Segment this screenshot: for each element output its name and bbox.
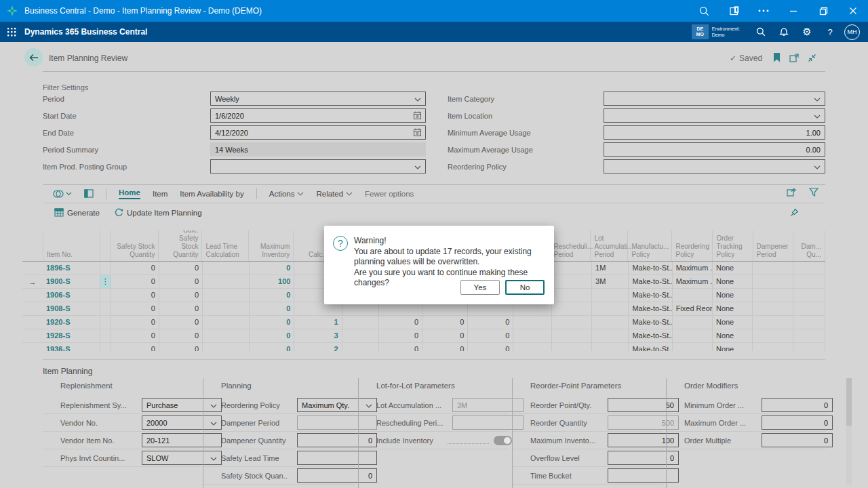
column-header-ordtrack[interactable]: OrderTrackingPolicy [713, 230, 753, 261]
menu-actions[interactable]: Actions [269, 190, 304, 198]
command-update-item-planning[interactable]: Update Item Planning [115, 208, 202, 218]
row-selector[interactable]: → [22, 275, 43, 288]
maximum-average-usage-field[interactable]: 0.00 [604, 142, 825, 157]
cell-menu[interactable] [100, 289, 111, 302]
cell-item_no[interactable]: 1906-S [43, 289, 100, 302]
open-in-tab-icon[interactable] [719, 0, 749, 22]
period-field[interactable]: Weekly [210, 92, 426, 106]
row-selector[interactable] [22, 329, 43, 342]
environment-chip[interactable]: DEMO Environment:Demo [692, 24, 740, 39]
column-header-ltc[interactable]: Lead TimeCalculation [202, 230, 249, 261]
scrollbar-thumb[interactable] [846, 378, 852, 426]
help-icon[interactable]: ? [818, 22, 842, 42]
cell-menu[interactable] [100, 316, 111, 329]
row-selector[interactable] [22, 289, 43, 302]
fewer-options-button[interactable]: Fewer options [365, 190, 414, 198]
column-header-menu[interactable] [100, 230, 111, 261]
cell-item_no[interactable]: 1900-S [43, 275, 100, 288]
product-title[interactable]: Dynamics 365 Business Central [24, 27, 147, 37]
filter-funnel-icon[interactable] [809, 187, 818, 199]
column-header-manuf[interactable]: Manufactu...Policy [628, 230, 672, 261]
minimum-order--field[interactable]: 0 [762, 398, 833, 412]
notifications-bell-icon[interactable] [772, 22, 795, 42]
analyze-board-icon[interactable] [84, 189, 94, 199]
settings-gear-icon[interactable]: ⚙ [795, 22, 818, 42]
maximum-order--field[interactable]: 0 [762, 415, 833, 430]
field-value: 0 [766, 436, 828, 445]
section-field-label: Safety Lead Time [221, 454, 288, 462]
section-fields: Reordering PolicyMaximum Qty.Dampener Pe… [203, 398, 358, 486]
cell-item_no[interactable]: 1920-S [43, 316, 100, 329]
reordering-policy-field[interactable] [604, 159, 825, 174]
cell-item_no[interactable]: 1928-S [43, 329, 100, 342]
item-planning-divider [43, 359, 825, 360]
cell-reordpol [673, 343, 713, 351]
item-planning-scrollbar[interactable] [846, 378, 852, 485]
open-in-new-window-icon[interactable] [789, 53, 799, 65]
order-multiple-field[interactable]: 0 [762, 433, 833, 447]
collapse-icon[interactable] [808, 53, 816, 65]
unpin-icon[interactable] [790, 207, 799, 220]
back-button[interactable] [24, 48, 43, 66]
tab-home[interactable]: Home [119, 188, 140, 199]
row-selector[interactable] [22, 343, 43, 351]
section-field-label: Include Inventory [376, 436, 443, 445]
start-date-field[interactable]: 1/6/2020 [210, 108, 426, 123]
column-header-lotaccum[interactable]: LotAccumulati...Period [591, 230, 628, 261]
item-category-field[interactable] [604, 92, 825, 106]
column-header-dampper[interactable]: DampenerPeriod [753, 230, 793, 261]
window-restore-icon[interactable] [808, 0, 838, 22]
cell-menu[interactable] [100, 329, 111, 342]
command-generate[interactable]: Generate [54, 208, 100, 218]
filter-row: Item Category [448, 92, 825, 106]
row-selector[interactable] [22, 262, 43, 274]
cell-item_no[interactable]: 1936-S [43, 343, 100, 351]
section-field-row: Safety Lead Time [203, 451, 358, 465]
minimum-average-usage-field[interactable]: 1.00 [604, 125, 825, 140]
yes-button[interactable]: Yes [460, 280, 500, 295]
tab-item[interactable]: Item [153, 190, 167, 198]
cell-item_no[interactable]: 1908-S [43, 302, 100, 315]
column-header-item_no[interactable]: Item No. [43, 230, 100, 261]
cell-cssq: 0 [159, 302, 203, 315]
row-selector[interactable] [22, 302, 43, 315]
browser-zoom-icon[interactable] [689, 0, 719, 22]
column-header-resched[interactable]: Rescheduli...Period [550, 230, 591, 261]
section-field-row: Lot Accumulation ...3M [359, 398, 512, 412]
cell-menu[interactable] [100, 343, 111, 351]
column-header-reordpol[interactable]: ReorderingPolicy [672, 230, 713, 261]
refresh-icon [115, 208, 123, 218]
bookmark-icon[interactable] [773, 53, 781, 65]
section-field-label: Time Bucket [530, 472, 598, 480]
app-launcher-waffle-icon[interactable] [0, 22, 23, 42]
no-button[interactable]: No [505, 280, 545, 295]
column-header-cssq[interactable]: Calc. SafetyStock Quantity [159, 230, 202, 261]
column-header-ssq[interactable]: Safety StockQuantity [111, 230, 159, 261]
section-field-row: Safety Stock Quan...0 [203, 468, 358, 483]
column-header-maxinv[interactable]: MaximumInventory [249, 230, 294, 261]
include-inventory-toggle[interactable] [494, 436, 512, 445]
item-location-field[interactable] [604, 108, 825, 123]
share-icon[interactable] [787, 187, 797, 199]
cell-menu[interactable]: ⋮ [100, 275, 111, 288]
views-lens-icon[interactable] [53, 189, 72, 199]
cell-maxinv: 0 [250, 289, 294, 302]
cell-ordtrack: None [713, 329, 753, 342]
window-close-icon[interactable] [838, 0, 868, 22]
user-avatar[interactable]: MH [844, 24, 860, 40]
cell-menu[interactable] [100, 262, 111, 274]
cell-item_no[interactable]: 1896-S [43, 262, 100, 274]
window-minimize-icon[interactable] [778, 0, 808, 22]
menu-related[interactable]: Related [316, 190, 353, 198]
item-prod-posting-group-field[interactable] [210, 159, 426, 174]
tab-item-availability-by[interactable]: Item Availability by [180, 190, 243, 198]
end-date-field[interactable]: 4/12/2020 [210, 125, 426, 140]
cell-calcmax: 2 [294, 343, 342, 351]
window-more-icon[interactable] [749, 0, 778, 22]
column-header-dampqty[interactable]: Dam...Qu... [793, 230, 825, 261]
chevron-down-icon [414, 95, 421, 103]
cell-menu[interactable] [100, 302, 111, 315]
field-value: 1/6/2020 [215, 112, 414, 120]
row-selector[interactable] [22, 316, 43, 329]
search-icon[interactable] [749, 22, 772, 42]
